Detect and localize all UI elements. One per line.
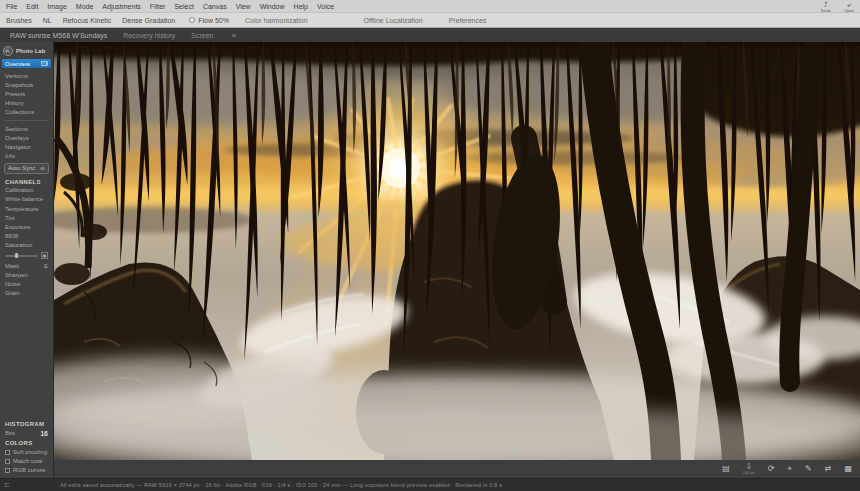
sidebar-item[interactable]: Temperature xyxy=(2,204,51,213)
count-badge: 01 xyxy=(41,61,48,66)
menu-item[interactable]: Adjustments xyxy=(102,3,141,10)
checkbox-row[interactable]: RGB curves xyxy=(2,466,51,475)
sidebar-item[interactable]: Collections xyxy=(2,108,51,117)
sunrise-photo xyxy=(54,42,860,460)
content-column: ▤ ⇩ 100 px ⟳ ⌖ xyxy=(54,42,860,478)
tool-label: 100 px xyxy=(743,471,755,475)
bits-label: Bits xyxy=(5,430,15,436)
app-title: Photo Lab xyxy=(16,48,45,54)
status-bar: ⊏ All edits saved automatically — RAW 56… xyxy=(0,478,860,491)
canvas-tool-button[interactable]: ▦ xyxy=(844,465,852,473)
menu-items: FileEditImageModeAdjustmentsFilterSelect… xyxy=(6,3,334,10)
menu-bar: FileEditImageModeAdjustmentsFilterSelect… xyxy=(0,0,860,13)
photo-canvas[interactable] xyxy=(54,42,860,460)
checkbox-label: RGB curves xyxy=(13,467,45,473)
canvas-tool-button[interactable]: ⟳ xyxy=(768,465,775,473)
sidebar-item[interactable]: Snapshots xyxy=(2,80,51,89)
menu-item[interactable]: Mode xyxy=(76,3,94,10)
sidebar-item[interactable]: Noise xyxy=(2,279,51,288)
sidebar-item[interactable]: Overlays xyxy=(2,133,51,142)
tool-icon: ▦ xyxy=(844,465,852,473)
sidebar-item[interactable]: Presets xyxy=(2,89,51,98)
sidebar-item[interactable]: Versions xyxy=(2,71,51,80)
menu-item[interactable]: Window xyxy=(260,3,285,10)
checkbox-circle-icon xyxy=(189,17,195,23)
canvas-tool-button[interactable]: ✎ xyxy=(805,465,812,473)
sidebar-item[interactable]: White balance xyxy=(2,195,51,204)
sidebar-item[interactable]: Saturation xyxy=(2,241,51,250)
auto-sync-label: Auto Sync xyxy=(8,165,35,171)
menu-item[interactable]: Canvas xyxy=(203,3,227,10)
bits-row[interactable]: Bits 16 xyxy=(2,428,51,438)
open-label: Open xyxy=(844,9,854,13)
left-panel: PL Photo Lab Overview 01 VersionsSnapsho… xyxy=(0,42,54,478)
menu-item[interactable]: Select xyxy=(174,3,193,10)
mask-row[interactable]: Mask E xyxy=(2,261,51,270)
tool-icon: ✎ xyxy=(805,465,812,473)
sidebar-item-overview-selected[interactable]: Overview 01 xyxy=(2,59,51,68)
slider-track[interactable] xyxy=(5,255,38,257)
tab-document-3[interactable]: Screen xyxy=(191,32,213,39)
sidebar-item[interactable]: Sections xyxy=(2,124,51,133)
sidebar-item[interactable]: History xyxy=(2,99,51,108)
checkbox-row[interactable]: Match total xyxy=(2,457,51,466)
checkbox-icon xyxy=(5,459,10,464)
canvas-tool-button[interactable]: ▤ xyxy=(722,465,730,473)
menu-item[interactable]: Filter xyxy=(150,3,166,10)
radius-slider[interactable]: ▣ xyxy=(2,250,51,261)
option-color-harmonization[interactable]: Color harmonization xyxy=(245,17,308,24)
sidebar-group-library: VersionsSnapshotsPresetsHistoryCollectio… xyxy=(2,71,51,117)
canvas-tool-button[interactable]: ⌖ xyxy=(788,465,793,473)
menu-item[interactable]: File xyxy=(6,3,17,10)
sidebar-item[interactable]: Sharpen xyxy=(2,270,51,279)
flow-checkbox[interactable]: Flow 50% xyxy=(189,17,229,24)
option-item[interactable]: Brushes xyxy=(6,17,32,24)
canvas-tool-button[interactable]: ⇩ 100 px xyxy=(743,463,755,475)
open-button[interactable]: ⤶ Open xyxy=(844,1,854,13)
tab-document-2[interactable]: Recovery history xyxy=(123,32,175,39)
checkbox-row[interactable]: Soft proofing xyxy=(2,447,51,456)
sidebar-group-detail: SharpenNoiseGrain xyxy=(2,270,51,298)
option-item[interactable]: Refocus Kinetic xyxy=(63,17,112,24)
tool-icon: ⟳ xyxy=(768,465,775,473)
bits-value: 16 xyxy=(40,430,48,437)
canvas-toolbar: ▤ ⇩ 100 px ⟳ ⌖ xyxy=(54,460,860,478)
selected-label: Overview xyxy=(5,61,30,67)
menu-item[interactable]: View xyxy=(236,3,251,10)
sidebar-item[interactable]: Calibration xyxy=(2,186,51,195)
menu-item[interactable]: Edit xyxy=(26,3,38,10)
send-button[interactable]: ⤴ Send xyxy=(821,1,830,13)
sidebar-item[interactable]: Exposure xyxy=(2,222,51,231)
share-icon: ⤴ xyxy=(824,1,828,8)
app-logo: PL xyxy=(3,46,13,56)
selection-bounds-icon[interactable]: ⊏ xyxy=(4,481,10,489)
auto-sync-button[interactable]: Auto Sync xyxy=(4,163,49,174)
sidebar-group-view: SectionsOverlaysNavigator xyxy=(2,124,51,152)
sidebar-item[interactable]: Tint xyxy=(2,213,51,222)
sidebar-item[interactable]: 8808 xyxy=(2,232,51,241)
menu-item[interactable]: Help xyxy=(294,3,308,10)
menu-item[interactable]: Voice xyxy=(317,3,334,10)
options-right: Offline LocalizationPreferences xyxy=(364,17,487,24)
mask-value: E xyxy=(44,263,48,269)
sidebar-item[interactable]: Navigator xyxy=(2,142,51,151)
slider-box-icon[interactable]: ▣ xyxy=(41,252,48,259)
option-item[interactable]: NL xyxy=(43,17,52,24)
tool-icon: ⇄ xyxy=(825,465,832,473)
tab-document-1[interactable]: RAW sunrise M568 W'Sundays xyxy=(10,32,107,39)
divider xyxy=(4,120,49,121)
menu-item[interactable]: Image xyxy=(47,3,66,10)
canvas-tool-button[interactable]: ⇄ xyxy=(825,465,832,473)
option-item[interactable]: Preferences xyxy=(449,17,487,24)
option-item[interactable]: Dense Gradation xyxy=(122,17,175,24)
sidebar-item[interactable]: Grain xyxy=(2,289,51,298)
main-area: PL Photo Lab Overview 01 VersionsSnapsho… xyxy=(0,42,860,478)
sidebar-group-adjust: CalibrationWhite balanceTemperatureTintE… xyxy=(2,186,51,250)
option-item[interactable]: Offline Localization xyxy=(364,17,423,24)
tab-close-icon[interactable]: × xyxy=(232,31,237,40)
tool-icon: ▤ xyxy=(722,465,730,473)
document-tab-bar: RAW sunrise M568 W'Sundays Recovery hist… xyxy=(0,28,860,42)
sidebar-item-info[interactable]: Info xyxy=(2,152,51,161)
status-text: All edits saved automatically — RAW 5616… xyxy=(60,482,502,488)
app-identity: PL Photo Lab xyxy=(2,44,51,59)
